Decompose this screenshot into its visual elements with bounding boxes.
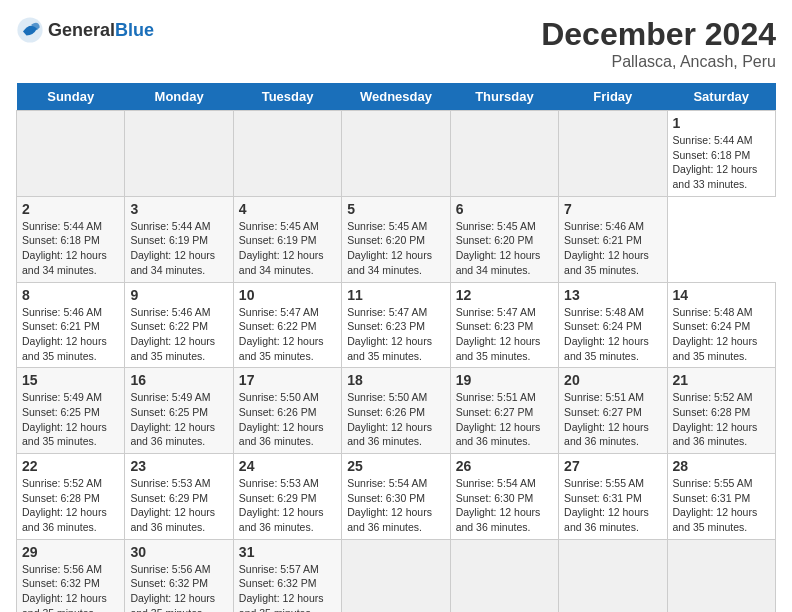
day-number: 31 — [239, 544, 336, 560]
calendar-cell-day-12: 12 Sunrise: 5:47 AMSunset: 6:23 PMDaylig… — [450, 282, 558, 368]
calendar-cell-day-7: 7 Sunrise: 5:46 AMSunset: 6:21 PMDayligh… — [559, 196, 667, 282]
calendar-cell-day-3: 3 Sunrise: 5:44 AMSunset: 6:19 PMDayligh… — [125, 196, 233, 282]
day-number: 18 — [347, 372, 444, 388]
day-number: 29 — [22, 544, 119, 560]
day-number: 1 — [673, 115, 770, 131]
day-number: 9 — [130, 287, 227, 303]
day-number: 16 — [130, 372, 227, 388]
day-number: 19 — [456, 372, 553, 388]
cell-info: Sunrise: 5:44 AMSunset: 6:18 PMDaylight:… — [22, 220, 107, 276]
empty-cell — [342, 111, 450, 197]
calendar-cell-day-11: 11 Sunrise: 5:47 AMSunset: 6:23 PMDaylig… — [342, 282, 450, 368]
calendar-cell-day-4: 4 Sunrise: 5:45 AMSunset: 6:19 PMDayligh… — [233, 196, 341, 282]
calendar-cell-day-14: 14 Sunrise: 5:48 AMSunset: 6:24 PMDaylig… — [667, 282, 775, 368]
empty-cell — [450, 111, 558, 197]
day-number: 3 — [130, 201, 227, 217]
calendar-cell-day-17: 17 Sunrise: 5:50 AMSunset: 6:26 PMDaylig… — [233, 368, 341, 454]
empty-cell — [667, 539, 775, 612]
calendar-header-row: SundayMondayTuesdayWednesdayThursdayFrid… — [17, 83, 776, 111]
day-number: 14 — [673, 287, 770, 303]
day-header-monday: Monday — [125, 83, 233, 111]
day-number: 4 — [239, 201, 336, 217]
day-number: 2 — [22, 201, 119, 217]
calendar-cell-day-8: 8 Sunrise: 5:46 AMSunset: 6:21 PMDayligh… — [17, 282, 125, 368]
empty-cell — [559, 539, 667, 612]
cell-info: Sunrise: 5:50 AMSunset: 6:26 PMDaylight:… — [347, 391, 432, 447]
logo-general: General — [48, 20, 115, 40]
cell-info: Sunrise: 5:48 AMSunset: 6:24 PMDaylight:… — [673, 306, 758, 362]
day-number: 26 — [456, 458, 553, 474]
calendar-cell-day-26: 26 Sunrise: 5:54 AMSunset: 6:30 PMDaylig… — [450, 454, 558, 540]
day-number: 12 — [456, 287, 553, 303]
calendar-cell-day-23: 23 Sunrise: 5:53 AMSunset: 6:29 PMDaylig… — [125, 454, 233, 540]
empty-cell — [233, 111, 341, 197]
calendar-cell-day-28: 28 Sunrise: 5:55 AMSunset: 6:31 PMDaylig… — [667, 454, 775, 540]
calendar-cell-day-18: 18 Sunrise: 5:50 AMSunset: 6:26 PMDaylig… — [342, 368, 450, 454]
cell-info: Sunrise: 5:45 AMSunset: 6:19 PMDaylight:… — [239, 220, 324, 276]
day-number: 20 — [564, 372, 661, 388]
cell-info: Sunrise: 5:52 AMSunset: 6:28 PMDaylight:… — [22, 477, 107, 533]
day-header-saturday: Saturday — [667, 83, 775, 111]
cell-info: Sunrise: 5:53 AMSunset: 6:29 PMDaylight:… — [130, 477, 215, 533]
cell-info: Sunrise: 5:51 AMSunset: 6:27 PMDaylight:… — [456, 391, 541, 447]
calendar-cell-day-25: 25 Sunrise: 5:54 AMSunset: 6:30 PMDaylig… — [342, 454, 450, 540]
calendar-cell-day-10: 10 Sunrise: 5:47 AMSunset: 6:22 PMDaylig… — [233, 282, 341, 368]
calendar-cell-day-9: 9 Sunrise: 5:46 AMSunset: 6:22 PMDayligh… — [125, 282, 233, 368]
day-number: 23 — [130, 458, 227, 474]
cell-info: Sunrise: 5:55 AMSunset: 6:31 PMDaylight:… — [673, 477, 758, 533]
calendar-cell-day-24: 24 Sunrise: 5:53 AMSunset: 6:29 PMDaylig… — [233, 454, 341, 540]
empty-cell — [17, 111, 125, 197]
day-header-thursday: Thursday — [450, 83, 558, 111]
day-number: 11 — [347, 287, 444, 303]
empty-cell — [450, 539, 558, 612]
empty-cell — [125, 111, 233, 197]
week-row-2: 2 Sunrise: 5:44 AMSunset: 6:18 PMDayligh… — [17, 196, 776, 282]
cell-info: Sunrise: 5:53 AMSunset: 6:29 PMDaylight:… — [239, 477, 324, 533]
cell-info: Sunrise: 5:50 AMSunset: 6:26 PMDaylight:… — [239, 391, 324, 447]
cell-info: Sunrise: 5:46 AMSunset: 6:21 PMDaylight:… — [564, 220, 649, 276]
logo: GeneralBlue — [16, 16, 154, 44]
calendar-cell-day-5: 5 Sunrise: 5:45 AMSunset: 6:20 PMDayligh… — [342, 196, 450, 282]
cell-info: Sunrise: 5:48 AMSunset: 6:24 PMDaylight:… — [564, 306, 649, 362]
empty-cell — [342, 539, 450, 612]
logo-blue: Blue — [115, 20, 154, 40]
day-number: 10 — [239, 287, 336, 303]
cell-info: Sunrise: 5:56 AMSunset: 6:32 PMDaylight:… — [130, 563, 215, 612]
day-number: 5 — [347, 201, 444, 217]
day-number: 15 — [22, 372, 119, 388]
calendar-cell-day-15: 15 Sunrise: 5:49 AMSunset: 6:25 PMDaylig… — [17, 368, 125, 454]
week-row-5: 22 Sunrise: 5:52 AMSunset: 6:28 PMDaylig… — [17, 454, 776, 540]
day-number: 25 — [347, 458, 444, 474]
cell-info: Sunrise: 5:45 AMSunset: 6:20 PMDaylight:… — [347, 220, 432, 276]
logo-wordmark: GeneralBlue — [48, 20, 154, 41]
day-number: 6 — [456, 201, 553, 217]
cell-info: Sunrise: 5:57 AMSunset: 6:32 PMDaylight:… — [239, 563, 324, 612]
cell-info: Sunrise: 5:55 AMSunset: 6:31 PMDaylight:… — [564, 477, 649, 533]
calendar-cell-day-27: 27 Sunrise: 5:55 AMSunset: 6:31 PMDaylig… — [559, 454, 667, 540]
day-number: 8 — [22, 287, 119, 303]
cell-info: Sunrise: 5:46 AMSunset: 6:21 PMDaylight:… — [22, 306, 107, 362]
day-header-sunday: Sunday — [17, 83, 125, 111]
header: GeneralBlue December 2024 Pallasca, Anca… — [16, 16, 776, 71]
cell-info: Sunrise: 5:44 AMSunset: 6:18 PMDaylight:… — [673, 134, 758, 190]
calendar-cell-day-31: 31 Sunrise: 5:57 AMSunset: 6:32 PMDaylig… — [233, 539, 341, 612]
calendar-cell-day-30: 30 Sunrise: 5:56 AMSunset: 6:32 PMDaylig… — [125, 539, 233, 612]
day-header-friday: Friday — [559, 83, 667, 111]
logo-icon — [16, 16, 44, 44]
page-title: December 2024 — [541, 16, 776, 53]
cell-info: Sunrise: 5:56 AMSunset: 6:32 PMDaylight:… — [22, 563, 107, 612]
calendar-table: SundayMondayTuesdayWednesdayThursdayFrid… — [16, 83, 776, 612]
calendar-cell-day-2: 2 Sunrise: 5:44 AMSunset: 6:18 PMDayligh… — [17, 196, 125, 282]
calendar-cell-day-22: 22 Sunrise: 5:52 AMSunset: 6:28 PMDaylig… — [17, 454, 125, 540]
calendar-cell-day-1: 1 Sunrise: 5:44 AMSunset: 6:18 PMDayligh… — [667, 111, 775, 197]
cell-info: Sunrise: 5:45 AMSunset: 6:20 PMDaylight:… — [456, 220, 541, 276]
day-number: 21 — [673, 372, 770, 388]
cell-info: Sunrise: 5:47 AMSunset: 6:23 PMDaylight:… — [347, 306, 432, 362]
cell-info: Sunrise: 5:47 AMSunset: 6:23 PMDaylight:… — [456, 306, 541, 362]
day-number: 24 — [239, 458, 336, 474]
week-row-6: 29 Sunrise: 5:56 AMSunset: 6:32 PMDaylig… — [17, 539, 776, 612]
week-row-3: 8 Sunrise: 5:46 AMSunset: 6:21 PMDayligh… — [17, 282, 776, 368]
day-header-tuesday: Tuesday — [233, 83, 341, 111]
day-number: 22 — [22, 458, 119, 474]
cell-info: Sunrise: 5:52 AMSunset: 6:28 PMDaylight:… — [673, 391, 758, 447]
